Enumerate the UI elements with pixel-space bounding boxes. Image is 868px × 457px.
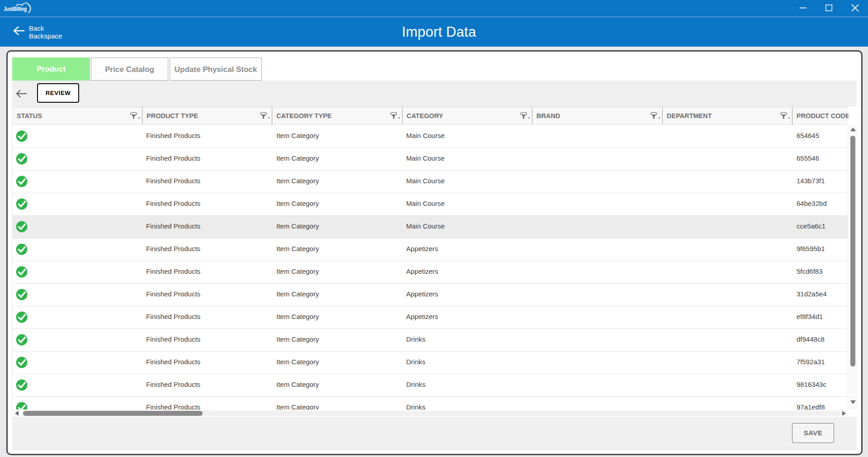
svg-text:JustBilling: JustBilling	[4, 6, 27, 12]
